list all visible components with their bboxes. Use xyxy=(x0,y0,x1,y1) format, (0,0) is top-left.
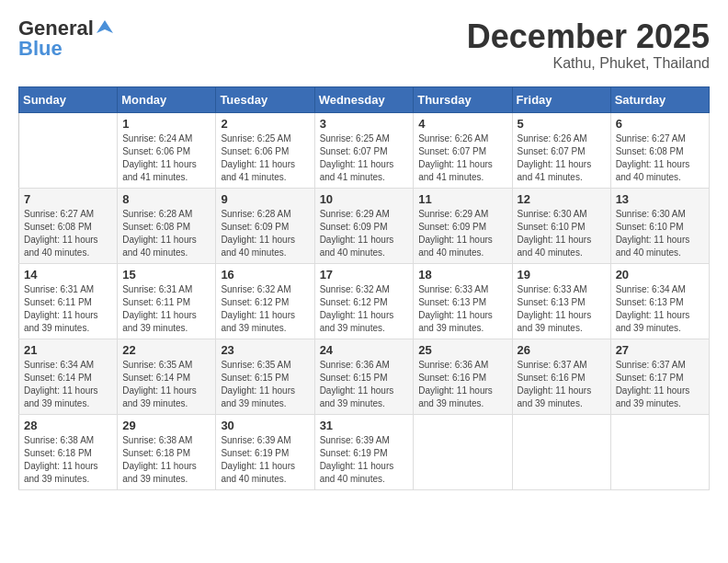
calendar-cell: 8Sunrise: 6:28 AMSunset: 6:08 PMDaylight… xyxy=(118,188,216,263)
day-number: 3 xyxy=(320,117,409,131)
day-number: 26 xyxy=(518,343,606,357)
day-number: 13 xyxy=(616,192,704,206)
weekday-header-monday: Monday xyxy=(118,86,216,112)
day-number: 5 xyxy=(518,117,606,131)
day-info: Sunrise: 6:26 AMSunset: 6:07 PMDaylight:… xyxy=(518,132,606,184)
calendar-cell xyxy=(512,414,610,489)
calendar-cell: 27Sunrise: 6:37 AMSunset: 6:17 PMDayligh… xyxy=(610,339,709,414)
day-info: Sunrise: 6:28 AMSunset: 6:09 PMDaylight:… xyxy=(221,208,309,259)
day-number: 9 xyxy=(221,192,309,206)
day-number: 20 xyxy=(616,268,704,282)
day-info: Sunrise: 6:28 AMSunset: 6:08 PMDaylight:… xyxy=(122,208,210,259)
day-info: Sunrise: 6:27 AMSunset: 6:08 PMDaylight:… xyxy=(616,132,704,184)
calendar-cell: 29Sunrise: 6:38 AMSunset: 6:18 PMDayligh… xyxy=(118,414,216,489)
calendar-cell: 31Sunrise: 6:39 AMSunset: 6:19 PMDayligh… xyxy=(314,414,414,489)
calendar-cell: 9Sunrise: 6:28 AMSunset: 6:09 PMDaylight… xyxy=(216,188,314,263)
day-info: Sunrise: 6:31 AMSunset: 6:11 PMDaylight:… xyxy=(122,283,210,335)
logo-bird-icon xyxy=(97,18,113,35)
day-info: Sunrise: 6:36 AMSunset: 6:16 PMDaylight:… xyxy=(418,359,506,410)
calendar-table: SundayMondayTuesdayWednesdayThursdayFrid… xyxy=(18,86,710,490)
calendar-cell: 16Sunrise: 6:32 AMSunset: 6:12 PMDayligh… xyxy=(216,263,314,339)
day-number: 4 xyxy=(418,117,506,131)
day-number: 25 xyxy=(418,343,506,357)
calendar-cell: 14Sunrise: 6:31 AMSunset: 6:11 PMDayligh… xyxy=(19,263,118,339)
week-row-1: 1Sunrise: 6:24 AMSunset: 6:06 PMDaylight… xyxy=(19,112,710,188)
calendar-cell: 3Sunrise: 6:25 AMSunset: 6:07 PMDaylight… xyxy=(314,112,414,188)
day-info: Sunrise: 6:32 AMSunset: 6:12 PMDaylight:… xyxy=(221,283,309,335)
day-info: Sunrise: 6:33 AMSunset: 6:13 PMDaylight:… xyxy=(518,283,606,335)
day-info: Sunrise: 6:29 AMSunset: 6:09 PMDaylight:… xyxy=(418,208,506,259)
calendar-cell: 11Sunrise: 6:29 AMSunset: 6:09 PMDayligh… xyxy=(414,188,512,263)
weekday-header-thursday: Thursday xyxy=(414,86,512,112)
weekday-header-friday: Friday xyxy=(512,86,610,112)
day-number: 10 xyxy=(320,192,409,206)
day-info: Sunrise: 6:31 AMSunset: 6:11 PMDaylight:… xyxy=(24,283,112,335)
day-info: Sunrise: 6:30 AMSunset: 6:10 PMDaylight:… xyxy=(616,208,704,259)
logo-general-text: General xyxy=(18,18,94,39)
day-info: Sunrise: 6:26 AMSunset: 6:07 PMDaylight:… xyxy=(418,132,506,184)
day-info: Sunrise: 6:34 AMSunset: 6:13 PMDaylight:… xyxy=(616,283,704,335)
day-number: 23 xyxy=(221,343,309,357)
logo-blue-text: Blue xyxy=(18,39,63,59)
calendar-cell: 12Sunrise: 6:30 AMSunset: 6:10 PMDayligh… xyxy=(512,188,610,263)
calendar-cell: 4Sunrise: 6:26 AMSunset: 6:07 PMDaylight… xyxy=(414,112,512,188)
calendar-cell xyxy=(19,112,118,188)
day-number: 29 xyxy=(122,419,210,432)
day-info: Sunrise: 6:29 AMSunset: 6:09 PMDaylight:… xyxy=(320,208,409,259)
day-info: Sunrise: 6:34 AMSunset: 6:14 PMDaylight:… xyxy=(24,359,112,410)
calendar-cell xyxy=(414,414,512,489)
week-row-4: 21Sunrise: 6:34 AMSunset: 6:14 PMDayligh… xyxy=(19,339,710,414)
calendar-cell: 2Sunrise: 6:25 AMSunset: 6:06 PMDaylight… xyxy=(216,112,314,188)
page-header: General Blue December 2025 Kathu, Phuket… xyxy=(18,18,710,72)
day-info: Sunrise: 6:38 AMSunset: 6:18 PMDaylight:… xyxy=(24,434,112,486)
location-title: Kathu, Phuket, Thailand xyxy=(467,55,710,72)
weekday-header-wednesday: Wednesday xyxy=(314,86,414,112)
calendar-cell: 10Sunrise: 6:29 AMSunset: 6:09 PMDayligh… xyxy=(314,188,414,263)
day-number: 12 xyxy=(518,192,606,206)
calendar-cell: 22Sunrise: 6:35 AMSunset: 6:14 PMDayligh… xyxy=(118,339,216,414)
day-number: 22 xyxy=(122,343,210,357)
calendar-cell: 17Sunrise: 6:32 AMSunset: 6:12 PMDayligh… xyxy=(314,263,414,339)
weekday-header-saturday: Saturday xyxy=(610,86,709,112)
day-info: Sunrise: 6:27 AMSunset: 6:08 PMDaylight:… xyxy=(24,208,112,259)
calendar-cell: 28Sunrise: 6:38 AMSunset: 6:18 PMDayligh… xyxy=(19,414,118,489)
weekday-header-tuesday: Tuesday xyxy=(216,86,314,112)
day-number: 7 xyxy=(24,192,112,206)
day-number: 1 xyxy=(122,117,210,131)
day-info: Sunrise: 6:24 AMSunset: 6:06 PMDaylight:… xyxy=(122,132,210,184)
calendar-cell: 24Sunrise: 6:36 AMSunset: 6:15 PMDayligh… xyxy=(314,339,414,414)
day-info: Sunrise: 6:36 AMSunset: 6:15 PMDaylight:… xyxy=(320,359,409,410)
day-info: Sunrise: 6:37 AMSunset: 6:16 PMDaylight:… xyxy=(518,359,606,410)
day-number: 31 xyxy=(320,419,409,432)
day-number: 28 xyxy=(24,419,112,432)
week-row-2: 7Sunrise: 6:27 AMSunset: 6:08 PMDaylight… xyxy=(19,188,710,263)
day-info: Sunrise: 6:25 AMSunset: 6:07 PMDaylight:… xyxy=(320,132,409,184)
week-row-3: 14Sunrise: 6:31 AMSunset: 6:11 PMDayligh… xyxy=(19,263,710,339)
day-number: 27 xyxy=(616,343,704,357)
day-number: 17 xyxy=(320,268,409,282)
weekday-header-sunday: Sunday xyxy=(19,86,118,112)
calendar-cell: 5Sunrise: 6:26 AMSunset: 6:07 PMDaylight… xyxy=(512,112,610,188)
day-number: 11 xyxy=(418,192,506,206)
calendar-cell: 19Sunrise: 6:33 AMSunset: 6:13 PMDayligh… xyxy=(512,263,610,339)
day-info: Sunrise: 6:30 AMSunset: 6:10 PMDaylight:… xyxy=(518,208,606,259)
day-number: 15 xyxy=(122,268,210,282)
day-info: Sunrise: 6:35 AMSunset: 6:15 PMDaylight:… xyxy=(221,359,309,410)
day-number: 14 xyxy=(24,268,112,282)
day-info: Sunrise: 6:33 AMSunset: 6:13 PMDaylight:… xyxy=(418,283,506,335)
calendar-cell: 15Sunrise: 6:31 AMSunset: 6:11 PMDayligh… xyxy=(118,263,216,339)
calendar-cell: 7Sunrise: 6:27 AMSunset: 6:08 PMDaylight… xyxy=(19,188,118,263)
weekday-header-row: SundayMondayTuesdayWednesdayThursdayFrid… xyxy=(19,86,710,112)
calendar-cell: 1Sunrise: 6:24 AMSunset: 6:06 PMDaylight… xyxy=(118,112,216,188)
day-number: 21 xyxy=(24,343,112,357)
calendar-cell: 13Sunrise: 6:30 AMSunset: 6:10 PMDayligh… xyxy=(610,188,709,263)
week-row-5: 28Sunrise: 6:38 AMSunset: 6:18 PMDayligh… xyxy=(19,414,710,489)
day-info: Sunrise: 6:38 AMSunset: 6:18 PMDaylight:… xyxy=(122,434,210,486)
day-number: 8 xyxy=(122,192,210,206)
calendar-cell: 20Sunrise: 6:34 AMSunset: 6:13 PMDayligh… xyxy=(610,263,709,339)
title-area: December 2025 Kathu, Phuket, Thailand xyxy=(467,18,710,72)
day-number: 19 xyxy=(518,268,606,282)
day-number: 16 xyxy=(221,268,309,282)
calendar-cell: 30Sunrise: 6:39 AMSunset: 6:19 PMDayligh… xyxy=(216,414,314,489)
day-number: 6 xyxy=(616,117,704,131)
